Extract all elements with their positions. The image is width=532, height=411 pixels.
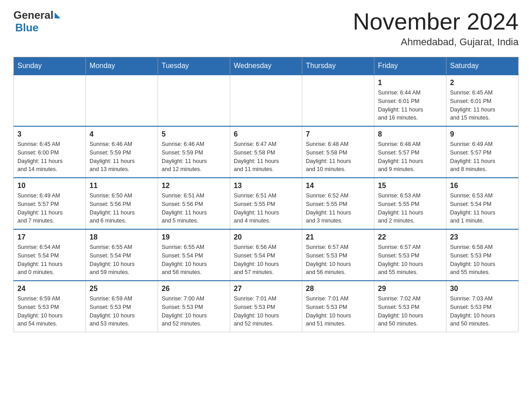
day-info-text: Sunrise: 6:46 AM Sunset: 5:59 PM Dayligh… [162, 140, 226, 174]
day-info-text: Sunrise: 6:55 AM Sunset: 5:54 PM Dayligh… [162, 243, 226, 277]
logo-triangle-icon [55, 13, 60, 18]
day-info-text: Sunrise: 6:57 AM Sunset: 5:53 PM Dayligh… [378, 243, 442, 277]
day-number: 3 [17, 130, 82, 138]
day-info-text: Sunrise: 6:47 AM Sunset: 5:58 PM Dayligh… [234, 140, 298, 174]
day-number: 16 [450, 182, 515, 190]
calendar-cell [86, 75, 158, 126]
day-info-text: Sunrise: 6:51 AM Sunset: 5:55 PM Dayligh… [234, 192, 298, 225]
calendar-cell: 17Sunrise: 6:54 AM Sunset: 5:54 PM Dayli… [14, 229, 86, 281]
calendar-cell: 4Sunrise: 6:46 AM Sunset: 5:59 PM Daylig… [86, 126, 158, 178]
day-number: 1 [378, 79, 442, 87]
calendar-cell: 7Sunrise: 6:48 AM Sunset: 5:58 PM Daylig… [302, 126, 374, 178]
title-section: November 2024 Ahmedabad, Gujarat, India [353, 9, 519, 48]
day-info-text: Sunrise: 6:51 AM Sunset: 5:56 PM Dayligh… [162, 192, 226, 225]
day-info-text: Sunrise: 6:59 AM Sunset: 5:53 PM Dayligh… [90, 295, 154, 328]
day-info-text: Sunrise: 6:59 AM Sunset: 5:53 PM Dayligh… [17, 295, 82, 328]
calendar-table: Sunday Monday Tuesday Wednesday Thursday… [13, 57, 519, 332]
calendar-cell: 20Sunrise: 6:56 AM Sunset: 5:54 PM Dayli… [230, 229, 302, 281]
calendar-cell: 13Sunrise: 6:51 AM Sunset: 5:55 PM Dayli… [230, 178, 302, 229]
day-info-text: Sunrise: 7:03 AM Sunset: 5:53 PM Dayligh… [450, 295, 515, 328]
day-number: 15 [378, 182, 442, 190]
day-number: 2 [450, 79, 515, 87]
day-number: 12 [162, 182, 226, 190]
col-monday: Monday [86, 57, 158, 75]
day-number: 22 [378, 233, 442, 241]
calendar-cell: 1Sunrise: 6:44 AM Sunset: 6:01 PM Daylig… [374, 75, 446, 126]
day-number: 17 [17, 233, 82, 241]
calendar-cell: 26Sunrise: 7:00 AM Sunset: 5:53 PM Dayli… [158, 281, 230, 332]
day-info-text: Sunrise: 6:49 AM Sunset: 5:57 PM Dayligh… [450, 140, 515, 174]
day-info-text: Sunrise: 6:52 AM Sunset: 5:55 PM Dayligh… [306, 192, 370, 225]
calendar-cell: 11Sunrise: 6:50 AM Sunset: 5:56 PM Dayli… [86, 178, 158, 229]
calendar-cell: 28Sunrise: 7:01 AM Sunset: 5:53 PM Dayli… [302, 281, 374, 332]
calendar-cell: 10Sunrise: 6:49 AM Sunset: 5:57 PM Dayli… [14, 178, 86, 229]
month-title: November 2024 [353, 9, 519, 34]
day-info-text: Sunrise: 6:48 AM Sunset: 5:57 PM Dayligh… [378, 140, 442, 174]
day-number: 10 [17, 182, 82, 190]
day-number: 11 [90, 182, 154, 190]
day-number: 26 [162, 285, 226, 293]
calendar-cell: 18Sunrise: 6:55 AM Sunset: 5:54 PM Dayli… [86, 229, 158, 281]
day-number: 29 [378, 285, 442, 293]
day-info-text: Sunrise: 6:50 AM Sunset: 5:56 PM Dayligh… [90, 192, 154, 225]
day-info-text: Sunrise: 6:48 AM Sunset: 5:58 PM Dayligh… [306, 140, 370, 174]
calendar-cell: 12Sunrise: 6:51 AM Sunset: 5:56 PM Dayli… [158, 178, 230, 229]
day-number: 23 [450, 233, 515, 241]
day-number: 21 [306, 233, 370, 241]
calendar-header-row: Sunday Monday Tuesday Wednesday Thursday… [14, 57, 519, 75]
day-info-text: Sunrise: 6:45 AM Sunset: 6:01 PM Dayligh… [450, 89, 515, 122]
week-row-4: 17Sunrise: 6:54 AM Sunset: 5:54 PM Dayli… [14, 229, 519, 281]
day-number: 28 [306, 285, 370, 293]
calendar-cell: 19Sunrise: 6:55 AM Sunset: 5:54 PM Dayli… [158, 229, 230, 281]
day-number: 8 [378, 130, 442, 138]
day-number: 9 [450, 130, 515, 138]
day-info-text: Sunrise: 6:45 AM Sunset: 6:00 PM Dayligh… [17, 140, 82, 174]
day-number: 7 [306, 130, 370, 138]
calendar-cell: 2Sunrise: 6:45 AM Sunset: 6:01 PM Daylig… [446, 75, 519, 126]
calendar-cell: 27Sunrise: 7:01 AM Sunset: 5:53 PM Dayli… [230, 281, 302, 332]
day-info-text: Sunrise: 6:44 AM Sunset: 6:01 PM Dayligh… [378, 89, 442, 122]
calendar-cell: 16Sunrise: 6:53 AM Sunset: 5:54 PM Dayli… [446, 178, 519, 229]
day-number: 24 [17, 285, 82, 293]
logo-general-text: General [13, 9, 53, 21]
col-saturday: Saturday [446, 57, 519, 75]
day-info-text: Sunrise: 7:01 AM Sunset: 5:53 PM Dayligh… [234, 295, 298, 328]
day-info-text: Sunrise: 7:00 AM Sunset: 5:53 PM Dayligh… [162, 295, 226, 328]
day-info-text: Sunrise: 7:01 AM Sunset: 5:53 PM Dayligh… [306, 295, 370, 328]
day-number: 25 [90, 285, 154, 293]
calendar-cell [230, 75, 302, 126]
col-wednesday: Wednesday [230, 57, 302, 75]
week-row-1: 1Sunrise: 6:44 AM Sunset: 6:01 PM Daylig… [14, 75, 519, 126]
day-info-text: Sunrise: 6:46 AM Sunset: 5:59 PM Dayligh… [90, 140, 154, 174]
col-sunday: Sunday [14, 57, 86, 75]
calendar-cell: 15Sunrise: 6:53 AM Sunset: 5:55 PM Dayli… [374, 178, 446, 229]
logo: General Blue [13, 9, 60, 34]
page-header: General Blue November 2024 Ahmedabad, Gu… [13, 9, 519, 48]
day-info-text: Sunrise: 6:53 AM Sunset: 5:54 PM Dayligh… [450, 192, 515, 225]
day-info-text: Sunrise: 6:49 AM Sunset: 5:57 PM Dayligh… [17, 192, 82, 225]
day-number: 5 [162, 130, 226, 138]
calendar-cell: 29Sunrise: 7:02 AM Sunset: 5:53 PM Dayli… [374, 281, 446, 332]
logo-blue-text: Blue [15, 21, 39, 34]
day-info-text: Sunrise: 6:56 AM Sunset: 5:54 PM Dayligh… [234, 243, 298, 277]
col-friday: Friday [374, 57, 446, 75]
day-info-text: Sunrise: 6:57 AM Sunset: 5:53 PM Dayligh… [306, 243, 370, 277]
calendar-cell: 30Sunrise: 7:03 AM Sunset: 5:53 PM Dayli… [446, 281, 519, 332]
calendar-cell [302, 75, 374, 126]
day-info-text: Sunrise: 7:02 AM Sunset: 5:53 PM Dayligh… [378, 295, 442, 328]
calendar-cell: 24Sunrise: 6:59 AM Sunset: 5:53 PM Dayli… [14, 281, 86, 332]
calendar-cell [158, 75, 230, 126]
calendar-cell [14, 75, 86, 126]
calendar-cell: 23Sunrise: 6:58 AM Sunset: 5:53 PM Dayli… [446, 229, 519, 281]
day-number: 27 [234, 285, 298, 293]
calendar-cell: 9Sunrise: 6:49 AM Sunset: 5:57 PM Daylig… [446, 126, 519, 178]
calendar-cell: 8Sunrise: 6:48 AM Sunset: 5:57 PM Daylig… [374, 126, 446, 178]
day-number: 4 [90, 130, 154, 138]
day-number: 18 [90, 233, 154, 241]
day-number: 30 [450, 285, 515, 293]
calendar-cell: 6Sunrise: 6:47 AM Sunset: 5:58 PM Daylig… [230, 126, 302, 178]
day-number: 14 [306, 182, 370, 190]
day-info-text: Sunrise: 6:58 AM Sunset: 5:53 PM Dayligh… [450, 243, 515, 277]
calendar-cell: 22Sunrise: 6:57 AM Sunset: 5:53 PM Dayli… [374, 229, 446, 281]
day-info-text: Sunrise: 6:54 AM Sunset: 5:54 PM Dayligh… [17, 243, 82, 277]
